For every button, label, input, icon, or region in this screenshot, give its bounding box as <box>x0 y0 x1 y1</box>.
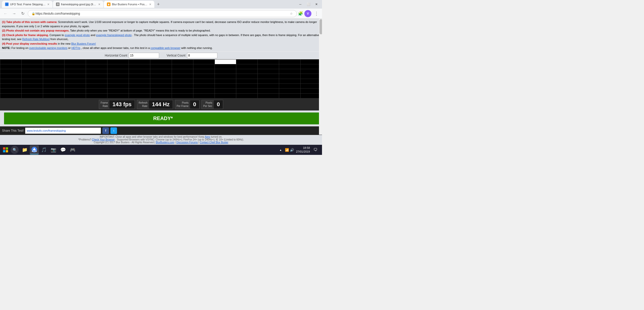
tab-frameskipping-img[interactable]: 🖼 frameskipping-good.jpg (960×5... × <box>53 1 103 8</box>
discussion-forums-link[interactable]: Discussion Forums <box>176 141 198 144</box>
vertical-label: Vertical Count <box>167 54 186 57</box>
minimize-button[interactable]: ─ <box>297 1 304 8</box>
refresh-rate-value: 144 Hz <box>149 100 173 109</box>
extensions-icon[interactable]: 🧩 <box>298 11 303 16</box>
grid-cell <box>300 64 322 69</box>
blur-busters-forum-link[interactable]: Blur Busters Forum! <box>71 42 96 45</box>
tab-ufo-test[interactable]: 🔵 UFO Test: Frame Skipping Chec... × <box>2 1 52 8</box>
grid-cell <box>65 84 86 89</box>
grid-cell <box>150 59 172 64</box>
grid-cell <box>279 93 300 98</box>
grid-cell <box>193 84 215 89</box>
grid-cell <box>43 74 65 79</box>
grid-cell <box>86 69 107 74</box>
address-icons: ☆ <box>289 11 294 16</box>
grid-cell <box>65 89 86 93</box>
twitter-icon: t <box>113 129 114 132</box>
grid-cell <box>107 93 129 98</box>
grid-cell <box>107 79 129 83</box>
tab1-label: UFO Test: Frame Skipping Chec... <box>10 3 46 6</box>
tab-blur-busters[interactable]: 📋 Blur Busters Forums • Post a ne... × <box>104 1 154 8</box>
facebook-share-button[interactable]: f <box>102 127 109 134</box>
grid-cell <box>236 59 257 64</box>
instruction-1: (1) Take photo of this screen with camer… <box>2 20 320 28</box>
notification-button[interactable]: 🗨 <box>312 146 319 153</box>
blurbusters-link[interactable]: BlurBusters.com <box>156 141 174 144</box>
grid-cell <box>172 74 193 79</box>
instruction-3: (3) Check photo for frame skipping. Comp… <box>2 33 320 41</box>
grid-cell <box>129 64 150 69</box>
grid-cell <box>43 69 65 74</box>
grid-cell <box>22 93 43 98</box>
example-good-link[interactable]: example good photo <box>65 34 90 37</box>
chrome-menu-button[interactable]: ⋮ <box>313 10 320 17</box>
grid-cell <box>150 84 172 89</box>
pixels-per-sec-box: PixelsPer Sec 0 <box>201 100 223 109</box>
taskbar-app-chrome[interactable] <box>30 145 39 154</box>
share-url-input[interactable] <box>25 128 101 134</box>
refresh-rate-label: RefreshRate <box>137 100 149 109</box>
time-display[interactable]: 18:58 27/01/2019 <box>296 146 310 154</box>
horizontal-count-input[interactable] <box>129 53 159 58</box>
taskbar-app-file-explorer[interactable]: 📁 <box>20 145 29 154</box>
network-icon: 📶 <box>285 148 289 152</box>
grid-cell <box>150 74 172 79</box>
taskbar-search-button[interactable]: 🔍 <box>11 146 19 154</box>
twitter-share-button[interactable]: t <box>110 127 117 134</box>
compatible-browser-link[interactable]: compatible web browser <box>151 46 181 49</box>
frame-rate-label: FrameRate <box>99 100 109 109</box>
new-tab-button[interactable]: + <box>155 1 162 8</box>
grid-cell <box>193 93 215 98</box>
grid-cell <box>22 69 43 74</box>
grid-cell <box>193 79 215 83</box>
taskbar-app-photo[interactable]: 📷 <box>49 145 58 154</box>
grid-cell <box>215 69 236 74</box>
grid-cell <box>0 79 22 83</box>
aero-link[interactable]: Aero <box>205 135 210 138</box>
grid-cell <box>279 89 300 93</box>
svg-rect-1 <box>6 147 8 150</box>
grid-cell <box>65 69 86 74</box>
taskbar-chevron-icon[interactable]: ▲ <box>279 149 282 151</box>
taskbar-app-game[interactable]: 🎮 <box>68 145 77 154</box>
refresh-button[interactable]: ↻ <box>19 10 26 17</box>
tab3-close[interactable]: × <box>149 2 151 6</box>
vertical-count-input[interactable] <box>187 53 217 58</box>
grid-cell <box>172 84 193 89</box>
maximize-button[interactable]: ⬜ <box>305 1 312 8</box>
grid-cell <box>150 69 172 74</box>
contact-chief-blur-buster-link[interactable]: Contact Chief Blur Buster <box>200 141 228 144</box>
refresh-rate-multitool-link[interactable]: Refresh Rate Multitool <box>22 38 50 41</box>
gaming-monitors-link[interactable]: overclockable gaming monitors <box>29 46 68 49</box>
grid-cell <box>236 79 257 83</box>
tab2-close[interactable]: × <box>98 2 100 6</box>
taskbar-app-music[interactable]: 🎵 <box>39 145 48 154</box>
scrollbar[interactable] <box>319 19 322 135</box>
tab2-icon: 🖼 <box>56 3 60 6</box>
forward-button[interactable]: → <box>11 10 18 17</box>
taskbar-app-chat[interactable]: 💬 <box>58 145 68 154</box>
example-frameskipped-link[interactable]: example frameskipped photo <box>96 34 132 37</box>
stats-container: FrameRate 143 fps RefreshRate 144 Hz Pix… <box>0 98 322 110</box>
profile-icon[interactable]: V <box>304 10 311 17</box>
back-button[interactable]: ← <box>2 10 9 17</box>
tab1-close[interactable]: × <box>47 2 49 6</box>
close-button[interactable]: ✕ <box>313 1 320 8</box>
facebook-icon: f <box>105 129 106 132</box>
hdtvs-link[interactable]: HDTVs <box>71 46 80 49</box>
svg-rect-2 <box>3 150 5 152</box>
grid-cell <box>129 59 150 64</box>
grid-cell <box>65 59 86 64</box>
check-browser-link[interactable]: Check Your Browser <box>92 138 115 141</box>
instructions-area: (1) Take photo of this screen with camer… <box>0 19 322 52</box>
ready-button[interactable]: READY* <box>4 112 322 124</box>
address-bar[interactable]: 🔒 https://testufo.com/frameskipping ☆ <box>28 10 297 17</box>
pixels-per-sec-label: PixelsPer Sec <box>202 100 214 109</box>
grid-cell <box>300 69 322 74</box>
start-button[interactable] <box>1 145 10 154</box>
step4-text: (4) Post your display overclocking resul… <box>2 42 57 45</box>
grid-cell <box>300 93 322 98</box>
bookmark-icon[interactable]: ☆ <box>289 11 294 16</box>
scroll-thumb[interactable] <box>319 19 322 34</box>
horizontal-label: Horizontal Count <box>105 54 127 57</box>
